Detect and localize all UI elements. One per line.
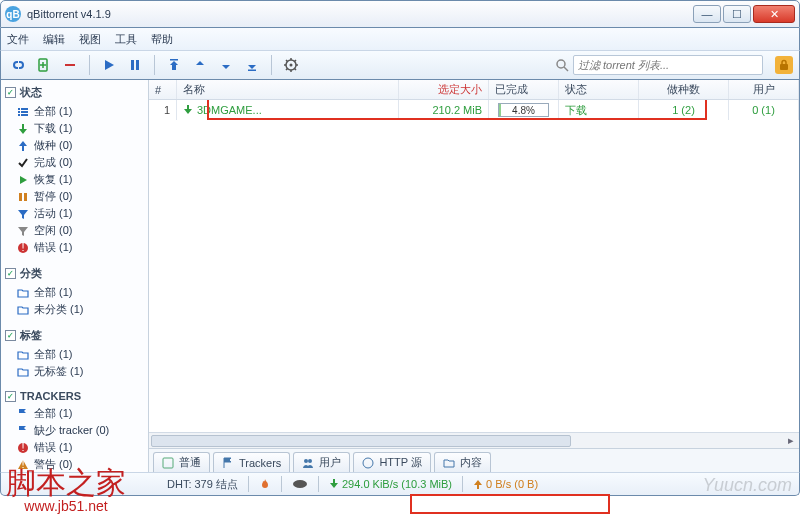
move-up-button[interactable]	[189, 54, 211, 76]
flag-icon	[17, 425, 29, 437]
row-num: 1	[149, 100, 177, 120]
sidebar-item[interactable]: 下载 (1)	[5, 120, 144, 137]
err-icon: !	[17, 442, 29, 454]
column-headers[interactable]: # 名称 选定大小 已完成 状态 做种数 用户	[149, 80, 799, 100]
sidebar-item[interactable]: 做种 (0)	[5, 137, 144, 154]
sidebar-section-tags[interactable]: ✓标签	[5, 328, 144, 343]
sidebar-item[interactable]: !错误 (1)	[5, 439, 144, 456]
minimize-button[interactable]: —	[693, 5, 721, 23]
move-down-button[interactable]	[215, 54, 237, 76]
download-speed[interactable]: 294.0 KiB/s (10.3 MiB)	[329, 478, 452, 490]
sidebar-item[interactable]: 未分类 (1)	[5, 301, 144, 318]
svg-rect-10	[19, 193, 22, 201]
tab-general[interactable]: 普通	[153, 452, 210, 472]
tab-content[interactable]: 内容	[434, 452, 491, 472]
move-top-button[interactable]	[163, 54, 185, 76]
svg-point-19	[308, 459, 312, 463]
sidebar-item[interactable]: 暂停 (0)	[5, 188, 144, 205]
tab-trackers[interactable]: Trackers	[213, 452, 290, 472]
flame-icon	[259, 478, 271, 490]
err-icon: !	[17, 242, 29, 254]
users-icon	[302, 457, 314, 469]
detail-tabs: 普通 Trackers 用户 HTTP 源 内容	[149, 448, 799, 472]
remove-button[interactable]	[59, 54, 81, 76]
check-icon	[17, 157, 29, 169]
folder-icon	[443, 457, 455, 469]
info-icon	[162, 457, 174, 469]
lock-icon[interactable]	[775, 56, 793, 74]
sidebar-section-status[interactable]: ✓状态	[5, 85, 144, 100]
tab-http[interactable]: HTTP 源	[353, 452, 431, 472]
svg-point-20	[363, 458, 373, 468]
menu-help[interactable]: 帮助	[151, 32, 173, 47]
upload-speed[interactable]: 0 B/s (0 B)	[473, 478, 538, 490]
col-done[interactable]: 已完成	[489, 80, 559, 99]
sidebar-section-category[interactable]: ✓分类	[5, 266, 144, 281]
flag-icon	[222, 457, 234, 469]
up-icon	[17, 140, 29, 152]
col-seeds[interactable]: 做种数	[639, 80, 729, 99]
torrent-row[interactable]: 1 3DMGAME... 210.2 MiB 4.8% 下载 1 (2) 0 (…	[149, 100, 799, 120]
disk-icon	[292, 479, 308, 489]
sidebar-item[interactable]: !警告 (0)	[5, 456, 144, 472]
svg-rect-11	[24, 193, 27, 201]
svg-point-21	[293, 480, 307, 488]
sidebar-item[interactable]: 恢复 (1)	[5, 171, 144, 188]
dht-status: DHT: 379 结点	[167, 477, 238, 492]
maximize-button[interactable]: ☐	[723, 5, 751, 23]
down-icon	[17, 123, 29, 135]
sidebar-item[interactable]: !错误 (1)	[5, 239, 144, 256]
start-button[interactable]	[98, 54, 120, 76]
sidebar: ✓状态 全部 (1)下载 (1)做种 (0)完成 (0)恢复 (1)暂停 (0)…	[1, 80, 149, 472]
svg-rect-5	[248, 70, 256, 72]
menu-view[interactable]: 视图	[79, 32, 101, 47]
col-num[interactable]: #	[149, 80, 177, 99]
row-peers: 0 (1)	[729, 100, 799, 120]
row-seeds: 1 (2)	[639, 100, 729, 120]
menu-edit[interactable]: 编辑	[43, 32, 65, 47]
pause-button[interactable]	[124, 54, 146, 76]
col-state[interactable]: 状态	[559, 80, 639, 99]
sidebar-item[interactable]: 全部 (1)	[5, 346, 144, 363]
menu-file[interactable]: 文件	[7, 32, 29, 47]
folder-icon	[17, 304, 29, 316]
svg-point-7	[290, 64, 293, 67]
menu-tools[interactable]: 工具	[115, 32, 137, 47]
toolbar	[0, 50, 800, 80]
torrent-list[interactable]: 1 3DMGAME... 210.2 MiB 4.8% 下载 1 (2) 0 (…	[149, 100, 799, 432]
globe-icon	[362, 457, 374, 469]
close-button[interactable]: ✕	[753, 5, 795, 23]
add-link-button[interactable]	[7, 54, 29, 76]
add-file-button[interactable]	[33, 54, 55, 76]
play-icon	[17, 174, 29, 186]
move-bottom-button[interactable]	[241, 54, 263, 76]
sidebar-item[interactable]: 无标签 (1)	[5, 363, 144, 380]
highlight-box-speed	[410, 494, 610, 514]
sidebar-item[interactable]: 活动 (1)	[5, 205, 144, 222]
col-name[interactable]: 名称	[177, 80, 399, 99]
h-scrollbar[interactable]: ▸	[149, 432, 799, 448]
sidebar-item[interactable]: 全部 (1)	[5, 103, 144, 120]
down-arrow-icon	[183, 105, 193, 115]
tab-peers[interactable]: 用户	[293, 452, 350, 472]
col-size[interactable]: 选定大小	[399, 80, 489, 99]
sidebar-item[interactable]: 缺少 tracker (0)	[5, 422, 144, 439]
settings-button[interactable]	[280, 54, 302, 76]
svg-rect-1	[65, 64, 75, 66]
svg-text:!: !	[21, 242, 24, 253]
sidebar-item[interactable]: 空闲 (0)	[5, 222, 144, 239]
sidebar-section-trackers[interactable]: ✓TRACKERS	[5, 390, 144, 402]
folder-icon	[17, 349, 29, 361]
sidebar-item[interactable]: 完成 (0)	[5, 154, 144, 171]
window-title: qBittorrent v4.1.9	[27, 8, 693, 20]
pause-icon	[17, 191, 29, 203]
menubar: 文件 编辑 视图 工具 帮助	[0, 28, 800, 50]
sidebar-item[interactable]: 全部 (1)	[5, 405, 144, 422]
statusbar: DHT: 379 结点 294.0 KiB/s (10.3 MiB) 0 B/s…	[0, 472, 800, 496]
col-peers[interactable]: 用户	[729, 80, 799, 99]
search-input[interactable]	[573, 55, 763, 75]
svg-rect-3	[136, 60, 139, 70]
sidebar-item[interactable]: 全部 (1)	[5, 284, 144, 301]
row-size: 210.2 MiB	[399, 100, 489, 120]
svg-rect-9	[780, 64, 788, 70]
